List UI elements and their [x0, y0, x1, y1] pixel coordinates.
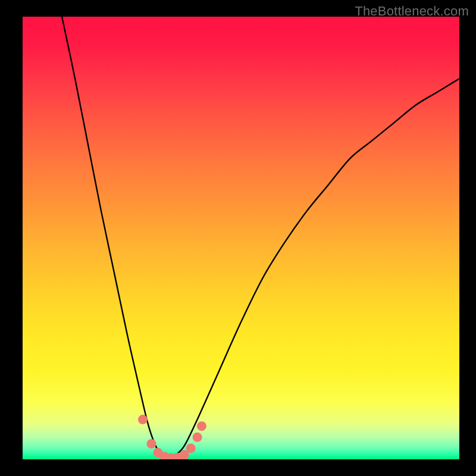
trough-marker — [186, 443, 196, 453]
trough-marker — [138, 415, 148, 424]
chart-frame: TheBottleneck.com — [0, 0, 476, 476]
plot-area — [23, 17, 459, 459]
bottleneck-curve — [62, 17, 459, 459]
trough-marker — [193, 433, 202, 442]
trough-marker — [197, 421, 206, 431]
trough-marker — [147, 439, 156, 449]
curve-svg — [23, 17, 459, 459]
v-curve — [62, 17, 459, 459]
